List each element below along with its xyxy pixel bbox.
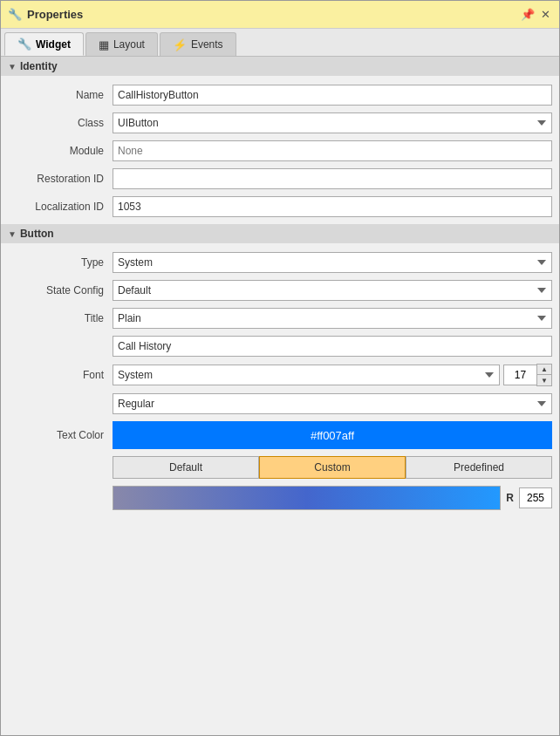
color-btn-default[interactable]: Default [113, 456, 259, 479]
style-select[interactable]: Regular Bold Italic Bold Italic [113, 393, 552, 414]
identity-section-label: Identity [20, 60, 58, 72]
identity-form: Name Class UIButton Module [1, 78, 559, 224]
module-label: Module [8, 145, 113, 157]
tab-widget[interactable]: 🔧 Widget [4, 32, 84, 56]
title-text-control [113, 336, 552, 357]
text-color-hex: #ff007aff [311, 429, 354, 442]
restoration-id-label: Restoration ID [8, 173, 113, 185]
title-bar: 🔧 Properties 📌 ✕ [1, 1, 559, 29]
localization-id-input[interactable] [113, 196, 552, 217]
type-row: Type System Custom Detail Disclosure Inf… [1, 249, 559, 276]
font-size-down[interactable]: ▼ [537, 375, 551, 385]
properties-window: 🔧 Properties 📌 ✕ 🔧 Widget ▦ Layout ⚡ Eve… [0, 0, 560, 736]
text-color-swatch[interactable]: #ff007aff [113, 421, 552, 449]
gradient-bar [113, 486, 501, 510]
module-control [113, 140, 552, 161]
title-label: Title [8, 312, 113, 324]
title-bar-controls: 📌 ✕ [521, 8, 552, 22]
color-btn-predefined[interactable]: Predefined [406, 456, 552, 479]
r-value-input[interactable] [519, 487, 552, 508]
class-control: UIButton [113, 112, 552, 133]
r-label: R [506, 492, 514, 504]
title-row: Title Plain Attributed [1, 304, 559, 332]
close-button[interactable]: ✕ [538, 8, 552, 22]
title-text-input[interactable] [113, 336, 552, 357]
button-section-header: ▼ Button [1, 224, 559, 243]
events-tab-icon: ⚡ [173, 38, 187, 51]
layout-tab-icon: ▦ [99, 38, 109, 51]
button-form: Type System Custom Detail Disclosure Inf… [1, 245, 559, 517]
properties-content: ▼ Identity Name Class UIButton [1, 57, 559, 735]
class-row: Class UIButton [1, 109, 559, 137]
tab-layout[interactable]: ▦ Layout [85, 32, 158, 56]
localization-id-row: Localization ID [1, 193, 559, 221]
title-text-row [1, 332, 559, 360]
font-size-wrap: ▲ ▼ [503, 364, 552, 386]
name-input[interactable] [113, 85, 552, 106]
pin-button[interactable]: 📌 [521, 8, 535, 22]
gradient-row: R [1, 482, 559, 514]
button-section-label: Button [20, 228, 54, 240]
text-color-row: Text Color #ff007aff [1, 418, 559, 453]
identity-collapse-icon[interactable]: ▼ [8, 62, 17, 72]
state-config-row: State Config Default Highlighted Disable… [1, 276, 559, 304]
name-row: Name [1, 81, 559, 109]
localization-id-label: Localization ID [8, 201, 113, 213]
font-size-up[interactable]: ▲ [537, 365, 551, 375]
state-config-label: State Config [8, 284, 113, 296]
tab-bar: 🔧 Widget ▦ Layout ⚡ Events [1, 29, 559, 57]
widget-tab-icon: 🔧 [17, 37, 31, 51]
tab-widget-label: Widget [36, 38, 71, 51]
font-select-container: System System Bold System Italic Custom [113, 365, 500, 385]
color-btn-custom[interactable]: Custom [259, 456, 406, 479]
font-label: Font [8, 369, 113, 381]
localization-id-control [113, 196, 552, 217]
title-bar-left: 🔧 Properties [8, 8, 83, 21]
font-row: Font System System Bold System Italic Cu… [1, 360, 559, 390]
title-control: Plain Attributed [113, 308, 552, 329]
type-control: System Custom Detail Disclosure Info Lig… [113, 252, 552, 273]
module-row: Module [1, 137, 559, 165]
window-title: Properties [27, 8, 83, 21]
name-control [113, 85, 552, 106]
color-buttons-row: Default Custom Predefined [1, 453, 559, 482]
module-input[interactable] [113, 140, 552, 161]
tab-events[interactable]: ⚡ Events [160, 32, 236, 56]
state-config-select[interactable]: Default Highlighted Disabled Selected [113, 280, 552, 301]
tab-layout-label: Layout [113, 38, 145, 51]
title-select[interactable]: Plain Attributed [113, 308, 552, 329]
restoration-id-row: Restoration ID [1, 165, 559, 193]
font-size-input[interactable] [503, 365, 536, 385]
tab-events-label: Events [191, 38, 223, 51]
window-icon: 🔧 [8, 8, 22, 21]
restoration-id-control [113, 168, 552, 189]
style-control: Regular Bold Italic Bold Italic [113, 393, 552, 414]
font-size-spinner: ▲ ▼ [536, 364, 552, 386]
class-label: Class [8, 117, 113, 129]
font-select-wrap: System System Bold System Italic Custom … [113, 364, 552, 386]
font-select[interactable]: System System Bold System Italic Custom [113, 365, 500, 385]
type-label: Type [8, 256, 113, 269]
button-collapse-icon[interactable]: ▼ [8, 229, 17, 239]
name-label: Name [8, 89, 113, 101]
state-config-control: Default Highlighted Disabled Selected [113, 280, 552, 301]
style-row: Regular Bold Italic Bold Italic [1, 390, 559, 418]
restoration-id-input[interactable] [113, 168, 552, 189]
text-color-label: Text Color [8, 429, 113, 441]
class-select[interactable]: UIButton [113, 112, 552, 133]
identity-section-header: ▼ Identity [1, 57, 559, 76]
type-select[interactable]: System Custom Detail Disclosure Info Lig… [113, 252, 552, 273]
